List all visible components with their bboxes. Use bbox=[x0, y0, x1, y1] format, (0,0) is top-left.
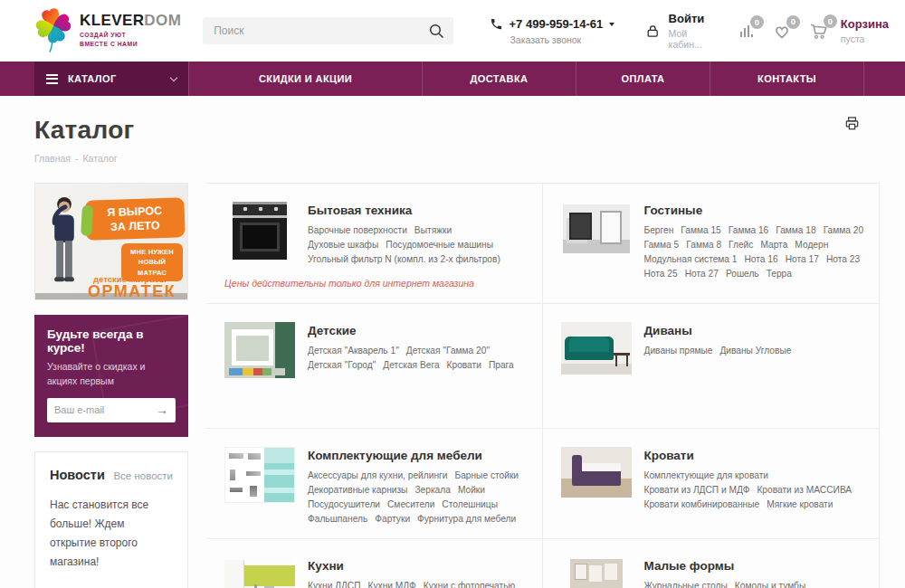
subcategory-link[interactable]: Декоративные карнизы bbox=[308, 485, 407, 495]
subcategory-link[interactable]: Кровати из МАССИВА bbox=[757, 485, 852, 495]
subcategory-link[interactable]: Гамма 18 bbox=[776, 225, 815, 235]
subcategory-link[interactable]: Детская "Город" bbox=[308, 360, 376, 370]
nav-catalog-button[interactable]: КАТАЛОГ bbox=[34, 62, 188, 96]
phone-dropdown-caret-icon[interactable] bbox=[609, 23, 614, 26]
cart-link[interactable]: Корзина пуста bbox=[841, 17, 889, 44]
subcategory-link[interactable]: Мойки bbox=[458, 485, 485, 495]
category-title[interactable]: Детские bbox=[308, 324, 528, 337]
category-thumbnail[interactable] bbox=[224, 322, 295, 378]
subcategory-link[interactable]: Кухни с фотопечатью bbox=[424, 581, 515, 588]
subcategory-link[interactable]: Кухни МДФ bbox=[368, 581, 416, 588]
subcategory-link[interactable]: Детская "Акварель 1" bbox=[308, 346, 399, 356]
subcategory-link[interactable]: Кровати комбинированные bbox=[644, 499, 760, 509]
subcategory-link[interactable]: Гамма 16 bbox=[729, 225, 768, 235]
subcategory-link[interactable]: Гамма 20 bbox=[824, 225, 863, 235]
subcategory-link[interactable]: Барные стойки bbox=[454, 470, 519, 480]
nav-item-1[interactable]: СКИДКИ И АКЦИИ bbox=[188, 62, 422, 96]
phone-number[interactable]: +7 499-959-14-61 bbox=[510, 17, 604, 31]
subcategory-link[interactable]: Рошель bbox=[726, 269, 759, 279]
subcategory-link[interactable]: Смесители bbox=[387, 499, 434, 509]
subcategory-link[interactable]: Фурнитура для мебели bbox=[417, 514, 516, 524]
all-news-link[interactable]: Все новости bbox=[113, 470, 173, 481]
subcategory-link[interactable]: Вытяжки bbox=[414, 225, 452, 235]
chevron-down-icon bbox=[170, 73, 177, 81]
subcategory-link[interactable]: Глейс bbox=[729, 240, 753, 250]
newsletter-form: → bbox=[47, 398, 176, 422]
favorites-count-badge: 0 bbox=[786, 15, 800, 29]
category-thumbnail[interactable] bbox=[224, 557, 295, 588]
subcategory-link[interactable]: Диваны Угловые bbox=[719, 346, 791, 356]
subcategory-link[interactable]: Аксессуары для кухни, рейлинги bbox=[308, 470, 447, 480]
subcategory-link[interactable]: Фальшпанель bbox=[308, 514, 367, 524]
subcategory-link[interactable]: Гамма 15 bbox=[681, 225, 720, 235]
news-item[interactable]: Нас становится все больше! Ждем открытие… bbox=[50, 482, 173, 588]
subcategory-link[interactable]: Нота 27 bbox=[685, 269, 719, 279]
subcategory-link[interactable]: Марта bbox=[760, 240, 787, 250]
subcategory-link[interactable]: Прага bbox=[489, 360, 514, 370]
subcategory-link[interactable]: Комплектующие для кровати bbox=[644, 470, 769, 480]
subcategory-link[interactable]: Модульная система 1 bbox=[644, 254, 738, 264]
subcategory-link[interactable]: Берген bbox=[644, 225, 674, 235]
subcategory-link[interactable]: Посудосушители bbox=[308, 499, 380, 509]
subcategory-link[interactable]: Фартуки bbox=[375, 514, 410, 524]
category-title[interactable]: Гостиные bbox=[644, 204, 865, 217]
search-icon[interactable] bbox=[428, 23, 444, 39]
subcategory-link[interactable]: Нота 23 bbox=[826, 254, 860, 264]
subcategory-link[interactable]: Угольный фильтр N (компл. из 2-х фильтро… bbox=[308, 254, 500, 264]
category-thumbnail[interactable] bbox=[224, 447, 295, 524]
category-title[interactable]: Кухни bbox=[308, 559, 528, 573]
subcategory-link[interactable]: Комоды и тумбы bbox=[735, 581, 805, 588]
subcategory-link[interactable]: Нота 25 bbox=[644, 269, 678, 279]
newsletter-submit-button[interactable]: → bbox=[148, 398, 176, 422]
category-image bbox=[224, 447, 295, 503]
subcategory-link[interactable]: Диваны прямые bbox=[644, 346, 713, 356]
email-field[interactable] bbox=[47, 404, 148, 415]
subcategory-link[interactable]: Нота 16 bbox=[745, 254, 778, 264]
search-input[interactable] bbox=[212, 24, 427, 38]
subcategory-link[interactable]: Мягкие кровати bbox=[767, 499, 833, 509]
subcategory-link[interactable]: Варочные поверхности bbox=[308, 225, 407, 235]
nav-item-4[interactable]: КОНТАКТЫ bbox=[710, 62, 863, 96]
subcategory-link[interactable]: Кухни ЛДСП bbox=[308, 581, 361, 588]
category-thumbnail[interactable] bbox=[561, 447, 632, 509]
category-title[interactable]: Бытовая техника bbox=[308, 204, 528, 217]
category-thumbnail[interactable] bbox=[224, 202, 295, 264]
nav-item-3[interactable]: ОПЛАТА bbox=[576, 62, 710, 96]
subcategory-link[interactable]: Детская Вега bbox=[383, 360, 439, 370]
content: Я ВЫРОС ЗА ЛЕТО МНЕ НУЖЕН НОВЫЙ МАТРАС д… bbox=[34, 183, 880, 588]
nav-item-2[interactable]: ДОСТАВКА bbox=[422, 62, 576, 96]
category-thumbnail[interactable] bbox=[561, 202, 632, 279]
cart-button[interactable]: 0 bbox=[809, 22, 828, 40]
callback-link[interactable]: Заказать звонок bbox=[510, 34, 615, 45]
category-title[interactable]: Диваны bbox=[644, 324, 865, 337]
category-thumbnail[interactable] bbox=[561, 322, 632, 375]
category-title[interactable]: Малые формы bbox=[644, 559, 865, 573]
news-title: Новости bbox=[50, 468, 105, 482]
ormatek-banner[interactable]: Я ВЫРОС ЗА ЛЕТО МНЕ НУЖЕН НОВЫЙ МАТРАС д… bbox=[34, 183, 188, 300]
logo[interactable]: KLEVERDOM СОЗДАЙ УЮТ ВМЕСТЕ С НАМИ bbox=[34, 5, 181, 56]
category-cell: Кухни Кухни ЛДСПКухни МДФКухни с фотопеч… bbox=[206, 539, 543, 588]
subcategory-link[interactable]: Зеркала bbox=[414, 485, 450, 495]
subcategory-link[interactable]: Посудомоечные машины bbox=[386, 240, 493, 250]
subcategory-link[interactable]: Гамма 8 bbox=[686, 240, 721, 250]
subcategory-link[interactable]: Кровати из ЛДСП и МДФ bbox=[644, 485, 750, 495]
subcategory-link[interactable]: Духовые шкафы bbox=[308, 240, 378, 250]
subcategory-link[interactable]: Журнальные столы bbox=[644, 581, 728, 588]
account-link[interactable]: Мой кабин... bbox=[669, 28, 711, 50]
login-link[interactable]: Войти bbox=[669, 12, 711, 26]
login-block[interactable]: Войти Мой кабин... bbox=[645, 12, 711, 50]
print-button[interactable] bbox=[844, 116, 860, 131]
breadcrumb-home[interactable]: Главная bbox=[34, 153, 71, 164]
subcategory-link[interactable]: Столешницы bbox=[442, 499, 498, 509]
category-thumbnail[interactable] bbox=[561, 557, 632, 588]
subcategory-link[interactable]: Детская "Гамма 20" bbox=[406, 346, 490, 356]
subcategory-link[interactable]: Кровати bbox=[447, 360, 481, 370]
category-title[interactable]: Комплектующие для мебели bbox=[308, 449, 528, 462]
subcategory-link[interactable]: Терра bbox=[767, 269, 792, 279]
subcategory-link[interactable]: Модерн bbox=[795, 240, 828, 250]
category-title[interactable]: Кровати bbox=[644, 449, 865, 462]
compare-button[interactable]: 0 bbox=[738, 23, 755, 39]
subcategory-link[interactable]: Нота 17 bbox=[786, 254, 819, 264]
subcategory-link[interactable]: Гамма 5 bbox=[644, 240, 680, 250]
favorites-button[interactable]: 0 bbox=[773, 23, 791, 40]
